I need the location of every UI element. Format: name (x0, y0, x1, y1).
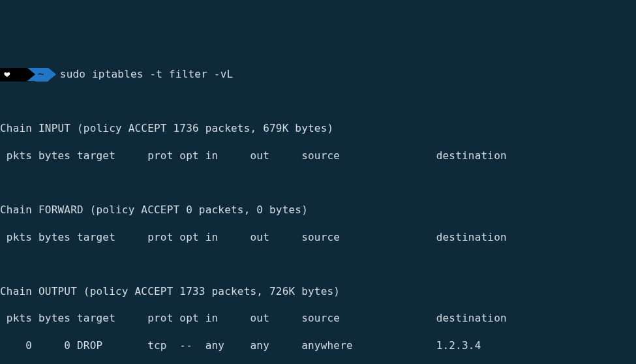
blank-line (0, 176, 636, 190)
prompt-line[interactable]: ❤~sudo iptables -t filter -vL (0, 68, 636, 82)
output-line: pkts bytes target prot opt in out source… (0, 312, 636, 326)
output-line: pkts bytes target prot opt in out source… (0, 231, 636, 245)
output-line: Chain INPUT (policy ACCEPT 1736 packets,… (0, 122, 636, 136)
output-line: 0 0 DROP tcp -- any any anywhere 1.2.3.4 (0, 339, 636, 353)
cwd-segment: ~ (35, 68, 48, 82)
output-line: Chain OUTPUT (policy ACCEPT 1733 packets… (0, 285, 636, 299)
blank-line (0, 258, 636, 271)
heart-icon: ❤ (0, 68, 27, 82)
output-line: pkts bytes target prot opt in out source… (0, 149, 636, 163)
command-text: sudo iptables -t filter -vL (56, 68, 234, 82)
output-line: Chain FORWARD (policy ACCEPT 0 packets, … (0, 204, 636, 217)
arrow-icon (27, 68, 35, 81)
arrow-icon (48, 68, 56, 81)
